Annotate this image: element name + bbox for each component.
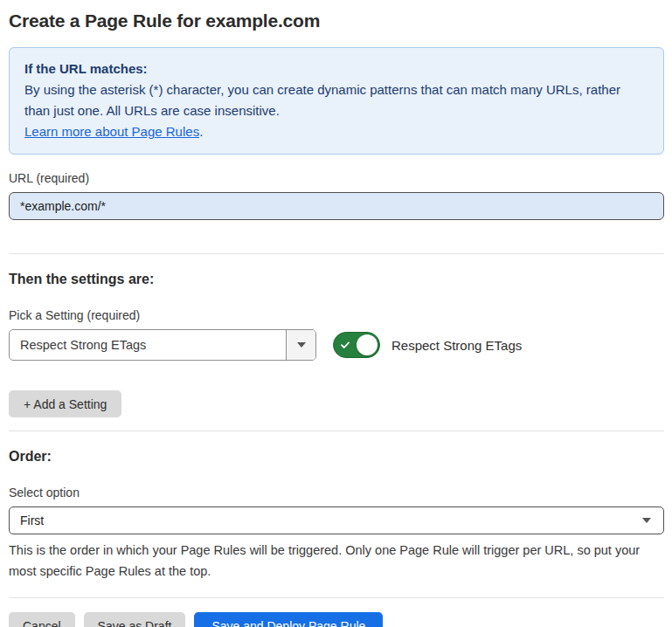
page-title: Create a Page Rule for example.com [9,10,664,31]
order-select-label: Select option [9,486,664,500]
url-match-info-box: If the URL matches: By using the asteris… [9,47,664,155]
link-period: . [199,124,203,139]
toggle-label: Respect Strong ETags [391,338,522,353]
caret-down-icon [297,342,306,348]
page-rule-form: Create a Page Rule for example.com If th… [0,0,672,627]
url-field-label: URL (required) [9,171,664,185]
order-select-value: First [20,513,44,527]
divider [9,253,664,254]
save-as-draft-button[interactable]: Save as Draft [84,612,186,627]
check-icon [340,340,350,350]
setting-picker-label: Pick a Setting (required) [9,308,664,322]
settings-section-heading: Then the settings are: [9,272,664,287]
info-box-body: By using the asterisk (*) character, you… [24,79,648,142]
footer-actions: Cancel Save as Draft Save and Deploy Pag… [9,612,664,627]
url-input[interactable] [9,192,664,220]
save-and-deploy-button[interactable]: Save and Deploy Page Rule [194,612,383,627]
setting-select-arrow-button[interactable] [286,330,315,360]
order-help-text: This is the order in which your Page Rul… [9,540,664,582]
order-section-heading: Order: [9,449,664,465]
info-box-body-text: By using the asterisk (*) character, you… [24,82,620,118]
divider [9,597,664,598]
setting-row: Respect Strong ETags Respect Strong ETag… [9,329,664,361]
learn-more-link[interactable]: Learn more about Page Rules [24,124,199,139]
divider [9,431,664,431]
info-box-heading: If the URL matches: [24,59,648,79]
toggle-knob [357,334,378,355]
order-select[interactable]: First [9,506,664,534]
setting-select[interactable]: Respect Strong ETags [9,329,316,361]
cancel-button[interactable]: Cancel [9,612,75,627]
caret-down-icon [642,518,651,523]
etags-toggle[interactable] [333,332,380,358]
add-setting-button[interactable]: + Add a Setting [9,390,121,417]
setting-select-value: Respect Strong ETags [10,330,286,360]
